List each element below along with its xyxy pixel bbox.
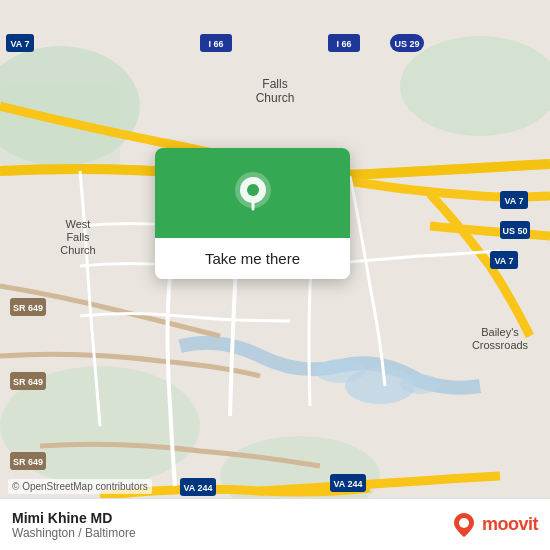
popup-card: Take me there [155,148,350,279]
svg-text:Church: Church [256,91,295,105]
moovit-icon [450,511,478,539]
svg-text:Church: Church [60,244,95,256]
location-region: Washington / Baltimore [12,526,136,540]
svg-text:SR 649: SR 649 [13,303,43,313]
svg-text:I 66: I 66 [208,39,223,49]
svg-text:US 50: US 50 [502,226,527,236]
bottom-bar: Mimi Khine MD Washington / Baltimore moo… [0,498,550,550]
svg-text:SR 649: SR 649 [13,457,43,467]
svg-point-43 [459,518,469,528]
svg-text:VA 7: VA 7 [10,39,29,49]
svg-text:VA 244: VA 244 [333,479,362,489]
copyright-text: © OpenStreetMap contributors [8,479,152,494]
svg-point-7 [315,359,365,383]
svg-text:SR 649: SR 649 [13,377,43,387]
map-container: I 66 I 66 US 29 VA 7 VA 7 US 50 VA 7 VA … [0,0,550,550]
svg-text:Falls: Falls [66,231,90,243]
svg-text:VA 244: VA 244 [183,483,212,493]
location-pin-icon [231,171,275,215]
svg-text:VA 7: VA 7 [494,256,513,266]
location-info: Mimi Khine MD Washington / Baltimore [12,510,136,540]
svg-point-8 [400,374,440,394]
moovit-text: moovit [482,514,538,535]
svg-text:Bailey's: Bailey's [481,326,519,338]
popup-header [155,148,350,238]
svg-text:VA 7: VA 7 [504,196,523,206]
location-name: Mimi Khine MD [12,510,136,526]
svg-text:West: West [66,218,91,230]
svg-text:Crossroads: Crossroads [472,339,529,351]
svg-text:I 66: I 66 [336,39,351,49]
svg-text:Falls: Falls [262,77,287,91]
moovit-logo: moovit [450,511,538,539]
svg-text:US 29: US 29 [394,39,419,49]
svg-point-42 [247,184,259,196]
take-me-there-button[interactable]: Take me there [155,238,350,279]
